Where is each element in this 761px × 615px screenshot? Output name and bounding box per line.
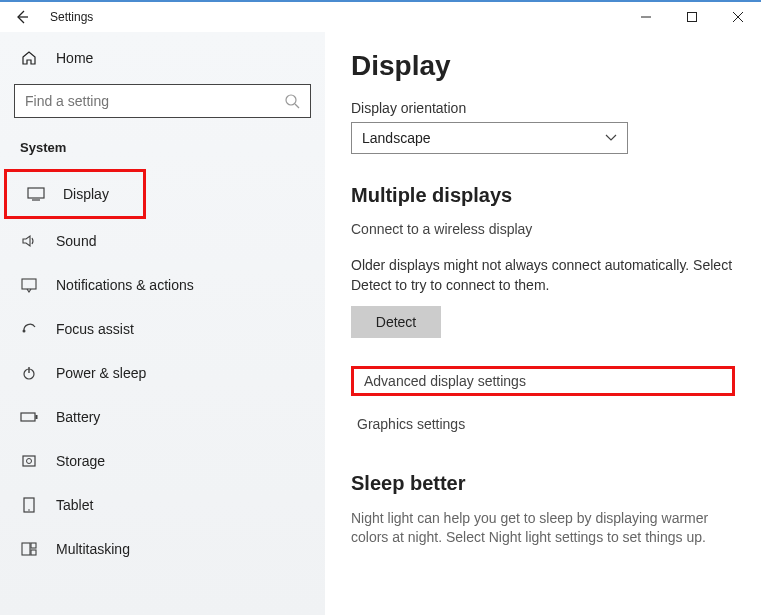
content: Home System Display Sound Notifications … [0, 32, 761, 615]
advanced-display-settings-link[interactable]: Advanced display settings [351, 366, 735, 396]
sidebar-item-label: Sound [56, 233, 96, 249]
sidebar-item-notifications[interactable]: Notifications & actions [0, 263, 325, 307]
svg-rect-18 [22, 543, 30, 555]
svg-rect-14 [23, 456, 35, 466]
sidebar-item-multitasking[interactable]: Multitasking [0, 527, 325, 571]
orientation-value: Landscape [362, 130, 431, 146]
arrow-left-icon [14, 9, 30, 25]
chevron-down-icon [605, 134, 617, 142]
sidebar-item-label: Power & sleep [56, 365, 146, 381]
page-title: Display [351, 50, 735, 82]
battery-icon [20, 408, 38, 426]
maximize-icon [687, 12, 697, 22]
sidebar-item-display[interactable]: Display [4, 169, 146, 219]
home-label: Home [56, 50, 93, 66]
titlebar-left: Settings [0, 2, 93, 32]
minimize-button[interactable] [623, 2, 669, 32]
svg-rect-20 [31, 550, 36, 555]
sidebar-item-label: Battery [56, 409, 100, 425]
svg-rect-19 [31, 543, 36, 548]
detect-description: Older displays might not always connect … [351, 255, 735, 296]
sidebar-item-battery[interactable]: Battery [0, 395, 325, 439]
sound-icon [20, 232, 38, 250]
sidebar-item-storage[interactable]: Storage [0, 439, 325, 483]
display-icon [27, 185, 45, 203]
sleep-better-description: Night light can help you get to sleep by… [351, 509, 735, 548]
svg-rect-1 [688, 13, 697, 22]
storage-icon [20, 452, 38, 470]
window-controls [623, 2, 761, 32]
sidebar-item-sound[interactable]: Sound [0, 219, 325, 263]
sidebar-item-label: Display [63, 186, 109, 202]
graphics-settings-link[interactable]: Graphics settings [351, 414, 735, 434]
display-links-group: Advanced display settings Graphics setti… [351, 366, 735, 434]
sidebar-item-power-sleep[interactable]: Power & sleep [0, 351, 325, 395]
detect-button[interactable]: Detect [351, 306, 441, 338]
search-icon [284, 93, 300, 109]
svg-rect-8 [22, 279, 36, 289]
close-button[interactable] [715, 2, 761, 32]
home-icon [20, 50, 38, 66]
svg-point-4 [286, 95, 296, 105]
sidebar-item-label: Focus assist [56, 321, 134, 337]
back-button[interactable] [0, 2, 44, 32]
multitasking-icon [20, 540, 38, 558]
sidebar: Home System Display Sound Notifications … [0, 32, 325, 615]
minimize-icon [641, 12, 651, 22]
main-panel: Display Display orientation Landscape Mu… [325, 32, 761, 615]
svg-rect-6 [28, 188, 44, 198]
app-title: Settings [50, 10, 93, 24]
orientation-dropdown[interactable]: Landscape [351, 122, 628, 154]
search-box[interactable] [14, 84, 311, 118]
power-icon [20, 364, 38, 382]
sidebar-item-label: Notifications & actions [56, 277, 194, 293]
orientation-label: Display orientation [351, 100, 735, 116]
sidebar-item-label: Tablet [56, 497, 93, 513]
svg-point-17 [28, 509, 30, 511]
search-input[interactable] [25, 93, 284, 109]
focus-assist-icon [20, 320, 38, 338]
svg-rect-13 [36, 415, 38, 419]
maximize-button[interactable] [669, 2, 715, 32]
sidebar-item-focus-assist[interactable]: Focus assist [0, 307, 325, 351]
svg-line-5 [295, 104, 299, 108]
svg-point-15 [27, 459, 32, 464]
notifications-icon [20, 276, 38, 294]
category-label: System [0, 134, 325, 169]
sleep-better-heading: Sleep better [351, 472, 735, 495]
sidebar-item-label: Storage [56, 453, 105, 469]
sidebar-item-tablet[interactable]: Tablet [0, 483, 325, 527]
sidebar-item-label: Multitasking [56, 541, 130, 557]
wireless-display-link[interactable]: Connect to a wireless display [351, 221, 735, 237]
svg-rect-12 [21, 413, 35, 421]
svg-point-9 [23, 330, 26, 333]
tablet-icon [20, 496, 38, 514]
close-icon [733, 12, 743, 22]
titlebar: Settings [0, 0, 761, 32]
multiple-displays-heading: Multiple displays [351, 184, 735, 207]
home-button[interactable]: Home [0, 40, 325, 76]
